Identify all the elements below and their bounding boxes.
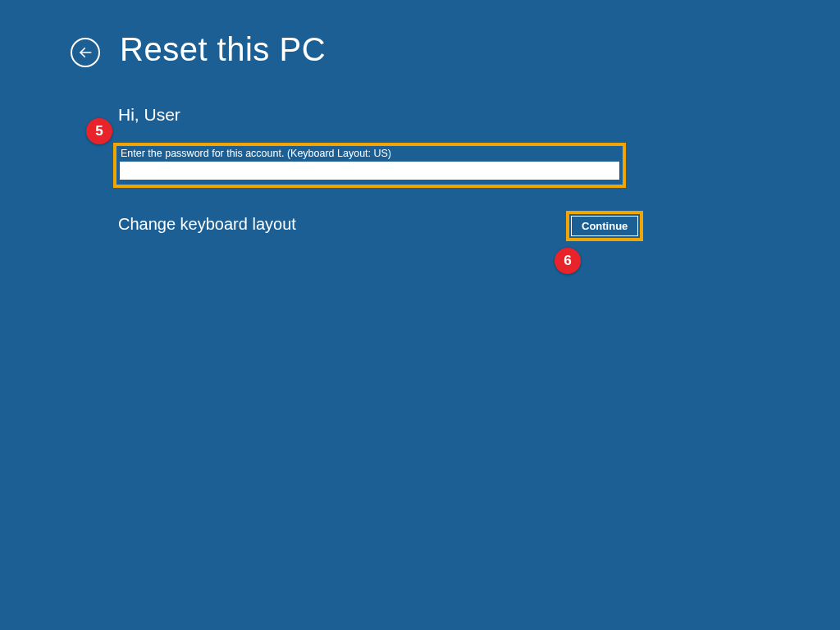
page-title: Reset this PC: [120, 31, 326, 68]
back-arrow-icon: [78, 45, 93, 60]
password-input[interactable]: [120, 162, 619, 180]
annotation-5: 5: [86, 118, 112, 144]
change-keyboard-layout-link[interactable]: Change keyboard layout: [118, 215, 296, 234]
password-block: Enter the password for this account. (Ke…: [113, 143, 626, 188]
password-label: Enter the password for this account. (Ke…: [121, 148, 619, 159]
greeting-text: Hi, User: [118, 105, 180, 125]
annotation-6: 6: [555, 248, 581, 274]
continue-highlight: Continue: [566, 211, 643, 241]
back-button[interactable]: [71, 38, 100, 67]
continue-button[interactable]: Continue: [571, 216, 638, 236]
header: Reset this PC: [71, 31, 326, 68]
